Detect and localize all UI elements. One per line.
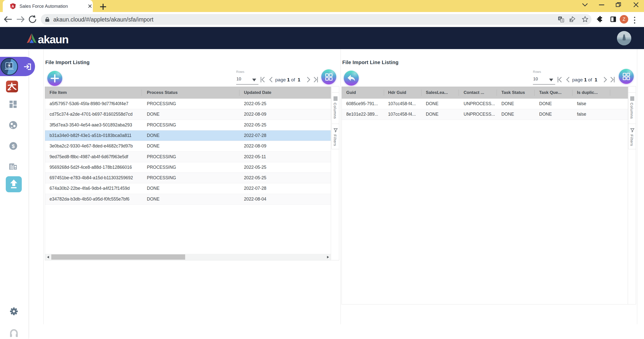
svg-text:$: $ [12,143,15,149]
svg-text:A: A [12,4,14,8]
